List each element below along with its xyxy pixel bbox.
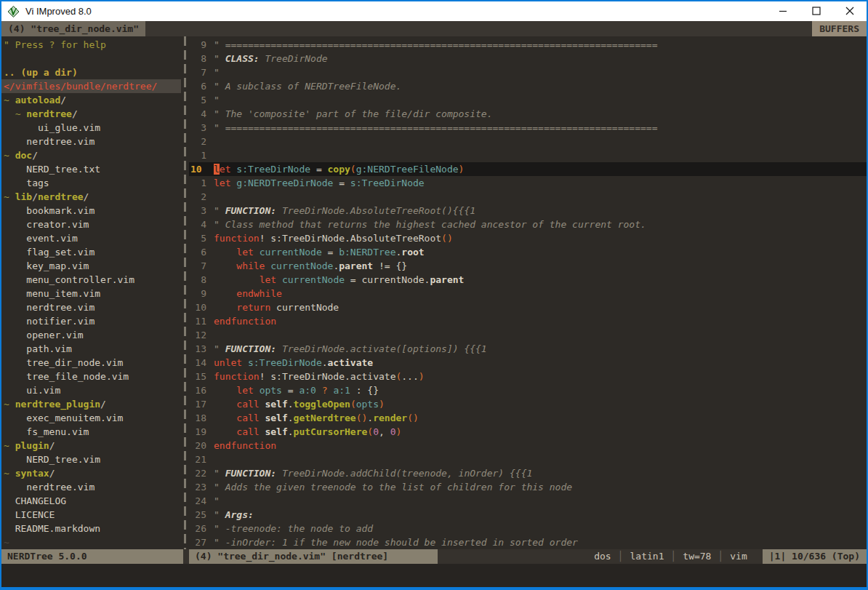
statusline-item: tw=78 bbox=[683, 549, 711, 564]
tree-file[interactable]: exec_menuitem.vim bbox=[1, 411, 181, 425]
code-token: notifier.vim bbox=[4, 316, 95, 327]
editor-line[interactable]: 8" CLASS: TreeDirNode bbox=[189, 52, 867, 65]
tab-tree-dir-node[interactable]: (4) "tree_dir_node.vim" bbox=[1, 21, 145, 36]
code-token: ( bbox=[367, 426, 373, 437]
editor-line[interactable]: 9 endwhile bbox=[189, 287, 867, 300]
line-number: 26 bbox=[189, 522, 214, 535]
tree-file[interactable]: notifier.vim bbox=[1, 314, 181, 328]
editor-line[interactable]: 18 call self.getNerdtree().render() bbox=[189, 411, 867, 425]
editor-line[interactable]: 19 call self.putCursorHere(0, 0) bbox=[189, 425, 867, 439]
tree-file[interactable]: event.vim bbox=[1, 231, 181, 245]
editor-line[interactable]: 16 let opts = a:0 ? a:1 : {} bbox=[189, 383, 867, 397]
editor-line[interactable]: 4" Class method that returns the highest… bbox=[189, 218, 867, 231]
tree-dir-nerdtree[interactable]: ~ nerdtree/ bbox=[1, 107, 181, 121]
tree-file[interactable]: key_map.vim bbox=[1, 259, 181, 273]
tree-file[interactable]: fs_menu.vim bbox=[1, 425, 181, 439]
editor-line[interactable]: 2 bbox=[189, 190, 867, 204]
editor-line[interactable]: 14unlet s:TreeDirNode.activate bbox=[189, 356, 867, 370]
editor-line[interactable]: 23" Adds the given treenode to the list … bbox=[189, 480, 867, 494]
editor-line[interactable]: 2 bbox=[189, 135, 867, 148]
editor-line[interactable]: 21 bbox=[189, 453, 867, 466]
tree-dir-autoload[interactable]: ~ autoload/ bbox=[1, 93, 181, 107]
editor-line[interactable]: 7" bbox=[189, 65, 867, 79]
tree-file[interactable]: creator.vim bbox=[1, 218, 181, 231]
tree-file[interactable]: tags bbox=[1, 176, 181, 190]
editor-line[interactable]: 24" bbox=[189, 494, 867, 508]
editor-line[interactable]: 5" bbox=[189, 93, 867, 107]
editor-line[interactable]: 9" =====================================… bbox=[189, 38, 867, 52]
editor-line[interactable]: 7 while currentNode.parent != {} bbox=[189, 259, 867, 273]
tree-file[interactable]: path.vim bbox=[1, 342, 181, 356]
tree-file[interactable]: menu_controller.vim bbox=[1, 273, 181, 287]
tree-root-path[interactable]: </vimfiles/bundle/nerdtree/ bbox=[1, 79, 181, 93]
tree-dir-syntax[interactable]: ~ syntax/ bbox=[1, 466, 181, 480]
code-token: parent bbox=[430, 274, 464, 285]
tree-file[interactable]: bookmark.vim bbox=[1, 204, 181, 218]
tree-dir-doc[interactable]: ~ doc/ bbox=[1, 148, 181, 162]
line-number: 6 bbox=[189, 79, 214, 93]
editor-line[interactable]: 8 let currentNode = currentNode.parent bbox=[189, 273, 867, 287]
tree-file[interactable]: CHANGELOG bbox=[1, 494, 181, 508]
code-text: call self.getNerdtree().render() bbox=[214, 412, 419, 423]
code-token: call bbox=[236, 412, 259, 423]
tree-file[interactable]: nerdtree.vim bbox=[1, 300, 181, 314]
tree-file[interactable]: NERD_tree.vim bbox=[1, 453, 181, 466]
code-token: " The 'composite' part of the file/dir c… bbox=[214, 108, 493, 119]
tree-file[interactable]: LICENCE bbox=[1, 508, 181, 522]
command-line[interactable] bbox=[1, 564, 867, 587]
tree-file[interactable]: menu_item.vim bbox=[1, 287, 181, 300]
editor-line[interactable]: 25" Args: bbox=[189, 508, 867, 522]
editor-line[interactable]: 20endfunction bbox=[189, 439, 867, 453]
tree-file[interactable]: ui_glue.vim bbox=[1, 121, 181, 135]
code-token: nerdtree bbox=[38, 191, 84, 202]
tree-file[interactable]: README.markdown bbox=[1, 522, 181, 535]
statusline-item: vim bbox=[730, 549, 747, 564]
editor-line[interactable]: 15function! s:TreeDirNode.activate(...) bbox=[189, 370, 867, 383]
tree-dir-nerdtree-plugin[interactable]: ~ nerdtree_plugin/ bbox=[1, 397, 181, 411]
tree-file[interactable]: opener.vim bbox=[1, 328, 181, 342]
editor-line[interactable]: 6" A subclass of NERDTreeFileNode. bbox=[189, 79, 867, 93]
tree-file[interactable]: nerdtree.vim bbox=[1, 135, 181, 148]
code-token: ~ bbox=[4, 95, 15, 105]
code-token: self bbox=[265, 412, 287, 423]
code-token: tree_dir_node.vim bbox=[4, 357, 123, 368]
tree-file[interactable]: nerdtree.vim bbox=[1, 480, 181, 494]
code-token bbox=[214, 302, 236, 313]
editor-line[interactable]: 3" =====================================… bbox=[189, 121, 867, 135]
tree-help-hint: " Press ? for help bbox=[1, 38, 181, 52]
code-token: currentNode bbox=[270, 302, 339, 313]
editor-current-line[interactable]: 10let s:TreeDirNode = copy(g:NERDTreeFil… bbox=[189, 162, 867, 176]
editor-line[interactable]: 6 let currentNode = b:NERDTree.root bbox=[189, 245, 867, 259]
window-split-separator[interactable] bbox=[181, 36, 189, 549]
buffers-label[interactable]: BUFFERS bbox=[812, 21, 867, 36]
code-text: " bbox=[214, 95, 220, 105]
editor-line[interactable]: 1 bbox=[189, 148, 867, 162]
tree-dir-lib-nerdtree[interactable]: ~ lib/nerdtree/ bbox=[1, 190, 181, 204]
editor-line[interactable]: 12 bbox=[189, 328, 867, 342]
editor-line[interactable]: 26" -treenode: the node to add bbox=[189, 522, 867, 535]
editor-line[interactable]: 27" -inOrder: 1 if the new node should b… bbox=[189, 535, 867, 549]
tree-up-dir[interactable]: .. (up a dir) bbox=[1, 65, 181, 79]
tree-file[interactable]: ui.vim bbox=[1, 383, 181, 397]
editor-line[interactable]: 22" FUNCTION: TreeDirNode.addChild(treen… bbox=[189, 466, 867, 480]
editor-line[interactable]: 10 return currentNode bbox=[189, 300, 867, 314]
code-token: FUNCTION: bbox=[225, 343, 276, 354]
tree-file[interactable]: NERD_tree.txt bbox=[1, 162, 181, 176]
tree-dir-plugin[interactable]: ~ plugin/ bbox=[1, 439, 181, 453]
minimize-icon bbox=[779, 5, 787, 18]
editor-line[interactable]: 11endfunction bbox=[189, 314, 867, 328]
minimize-button[interactable] bbox=[766, 1, 800, 21]
editor-line[interactable]: 13" FUNCTION: TreeDirNode.activate([opti… bbox=[189, 342, 867, 356]
editor-line[interactable]: 17 call self.toggleOpen(opts) bbox=[189, 397, 867, 411]
tree-file[interactable]: flag_set.vim bbox=[1, 245, 181, 259]
editor-line[interactable]: 1let g:NERDTreeDirNode = s:TreeDirNode bbox=[189, 176, 867, 190]
close-button[interactable] bbox=[833, 1, 867, 21]
code-token bbox=[242, 357, 248, 368]
tree-file[interactable]: tree_dir_node.vim bbox=[1, 356, 181, 370]
code-token: toggleOpen bbox=[294, 399, 350, 410]
editor-line[interactable]: 5function! s:TreeDirNode.AbsoluteTreeRoo… bbox=[189, 231, 867, 245]
editor-line[interactable]: 4" The 'composite' part of the file/dir … bbox=[189, 107, 867, 121]
tree-file[interactable]: tree_file_node.vim bbox=[1, 370, 181, 383]
maximize-button[interactable] bbox=[800, 1, 833, 21]
editor-line[interactable]: 3" FUNCTION: TreeDirNode.AbsoluteTreeRoo… bbox=[189, 204, 867, 218]
